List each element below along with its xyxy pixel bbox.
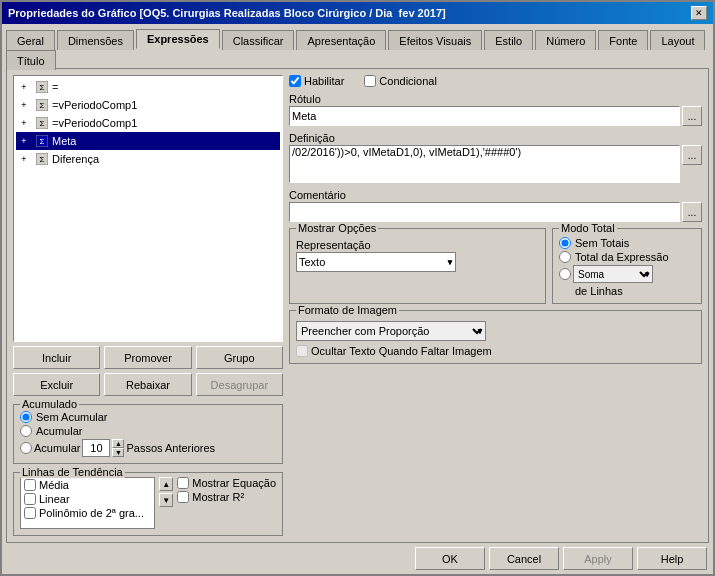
tree-item-4[interactable]: + Σ Diferença — [16, 150, 280, 168]
mostrar-r2-check[interactable] — [177, 491, 189, 503]
spin-up[interactable]: ▲ — [112, 439, 124, 448]
btn-row-1: Incluir Promover Grupo — [13, 346, 283, 369]
acumulado-option-1: Acumular — [20, 425, 276, 437]
modo-total-radio-2[interactable] — [559, 268, 571, 280]
acumulado-radio-1[interactable] — [20, 425, 32, 437]
tree-item-1[interactable]: + Σ =vPeriodoComp1 — [16, 96, 280, 114]
tree-label-4: Diferença — [52, 153, 99, 165]
incluir-button[interactable]: Incluir — [13, 346, 100, 369]
lt-item-1[interactable]: Linear — [21, 492, 154, 506]
lt-label-1: Linear — [39, 493, 70, 505]
definicao-browse-btn[interactable]: ... — [682, 145, 702, 165]
tab-titulo[interactable]: Título — [6, 50, 56, 70]
main-window: Propriedades do Gráfico [OQ5. Cirurgias … — [0, 0, 715, 576]
left-panel: + Σ = + Σ — [13, 75, 283, 536]
acumulado-radio-0[interactable] — [20, 411, 32, 423]
definicao-field-label: Definição — [289, 132, 702, 144]
tab-layout[interactable]: Layout — [650, 30, 705, 50]
modo-total-radio-1[interactable] — [559, 251, 571, 263]
title-bar: Propriedades do Gráfico [OQ5. Cirurgias … — [2, 2, 713, 24]
passos-input[interactable] — [82, 439, 110, 457]
rotulo-field-label: Rótulo — [289, 93, 702, 105]
help-button[interactable]: Help — [637, 547, 707, 570]
excluir-button[interactable]: Excluir — [13, 373, 100, 396]
de-linhas-section: de Linhas — [575, 285, 695, 297]
soma-select[interactable]: Soma — [573, 265, 653, 283]
tree-expand-4[interactable]: + — [16, 151, 32, 167]
rotulo-browse-btn[interactable]: ... — [682, 106, 702, 126]
close-button[interactable]: ✕ — [691, 6, 707, 20]
tree-label-3: Meta — [52, 135, 76, 147]
rotulo-input[interactable] — [289, 106, 680, 126]
tree-expand-1[interactable]: + — [16, 97, 32, 113]
options-mode-row: Mostrar Opções Representação Texto Linha… — [289, 228, 702, 304]
modo-total-radio-label-0: Sem Totais — [575, 237, 629, 249]
tab-numero[interactable]: Número — [535, 30, 596, 50]
lt-scroll-list[interactable]: Média Linear Polinômio de 2ª gra... — [20, 477, 155, 529]
ocultar-texto-label: Ocultar Texto Quando Faltar Imagem — [296, 345, 695, 357]
tab-expressoes[interactable]: Expressões — [136, 29, 220, 49]
fill-select[interactable]: Preencher com Proporção — [296, 321, 486, 341]
tree-label-0: = — [52, 81, 58, 93]
cancel-button[interactable]: Cancel — [489, 547, 559, 570]
acumulado-option-2: Acumular ▲ ▼ Passos Anteriores — [20, 439, 276, 457]
lt-item-0[interactable]: Média — [21, 478, 154, 492]
lt-scroll-up[interactable]: ▲ — [159, 477, 173, 491]
acumulado-radio-2[interactable] — [20, 442, 32, 454]
definicao-section: Definição /02/2016'))>0, vIMetaD1,0), vI… — [289, 132, 702, 183]
definicao-input[interactable]: /02/2016'))>0, vIMetaD1,0), vIMetaD1),'#… — [289, 145, 680, 183]
mostrar-equacao-check[interactable] — [177, 477, 189, 489]
habilitar-check[interactable] — [289, 75, 301, 87]
modo-total-radio-0[interactable] — [559, 237, 571, 249]
soma-combo-wrapper: Soma ▼ — [573, 265, 653, 283]
apply-button[interactable]: Apply — [563, 547, 633, 570]
tree-label-2: =vPeriodoComp1 — [52, 117, 137, 129]
lt-scroll-down[interactable]: ▼ — [159, 493, 173, 507]
representacao-section: Representação Texto Linha Barra ▼ — [296, 239, 539, 272]
tree-icon-4: Σ — [34, 151, 50, 167]
promover-button[interactable]: Promover — [104, 346, 191, 369]
desagrupar-button[interactable]: Desagrupar — [196, 373, 283, 396]
lt-item-2[interactable]: Polinômio de 2ª gra... — [21, 506, 154, 520]
svg-text:Σ: Σ — [40, 83, 45, 92]
rebaixar-button[interactable]: Rebaixar — [104, 373, 191, 396]
tree-item-3[interactable]: + Σ Meta — [16, 132, 280, 150]
tab-dimensoes[interactable]: Dimensões — [57, 30, 134, 50]
tree-item-0[interactable]: + Σ = — [16, 78, 280, 96]
tab-bar: Geral Dimensões Expressões Classificar A… — [2, 24, 713, 68]
de-linhas-label: de Linhas — [575, 285, 623, 297]
lt-check-1[interactable] — [24, 493, 36, 505]
linhas-tendencia-content: Média Linear Polinômio de 2ª gra... — [20, 477, 276, 529]
rotulo-section: Rótulo ... — [289, 93, 702, 126]
condicional-check[interactable] — [364, 75, 376, 87]
ok-button[interactable]: OK — [415, 547, 485, 570]
tab-apresentacao[interactable]: Apresentação — [296, 30, 386, 50]
tab-fonte[interactable]: Fonte — [598, 30, 648, 50]
acumulado-label: Acumulado — [20, 398, 79, 410]
spin-down[interactable]: ▼ — [112, 448, 124, 457]
grupo-button[interactable]: Grupo — [196, 346, 283, 369]
modo-total-label: Modo Total — [559, 222, 617, 234]
tree-area[interactable]: + Σ = + Σ — [13, 75, 283, 342]
btn-row-2: Excluir Rebaixar Desagrupar — [13, 373, 283, 396]
tree-icon-3: Σ — [34, 133, 50, 149]
tree-expand-0[interactable]: + — [16, 79, 32, 95]
tab-classificar[interactable]: Classificar — [222, 30, 295, 50]
modo-total-option-2: Soma ▼ — [559, 265, 695, 283]
tree-item-2[interactable]: + Σ =vPeriodoComp1 — [16, 114, 280, 132]
lt-check-0[interactable] — [24, 479, 36, 491]
lt-check-2[interactable] — [24, 507, 36, 519]
svg-text:Σ: Σ — [40, 119, 45, 128]
comentario-browse-btn[interactable]: ... — [682, 202, 702, 222]
tab-geral[interactable]: Geral — [6, 30, 55, 50]
comentario-input[interactable] — [289, 202, 680, 222]
ocultar-texto-check[interactable] — [296, 345, 308, 357]
spin-buttons: ▲ ▼ — [112, 439, 124, 457]
acumulado-group: Acumulado Sem Acumular Acumular Acumular… — [13, 404, 283, 464]
tree-expand-3[interactable]: + — [16, 133, 32, 149]
formato-imagem-label: Formato de Imagem — [296, 304, 399, 316]
tree-expand-2[interactable]: + — [16, 115, 32, 131]
representacao-select[interactable]: Texto Linha Barra — [296, 252, 456, 272]
tab-efeitos[interactable]: Efeitos Visuais — [388, 30, 482, 50]
tab-estilo[interactable]: Estilo — [484, 30, 533, 50]
